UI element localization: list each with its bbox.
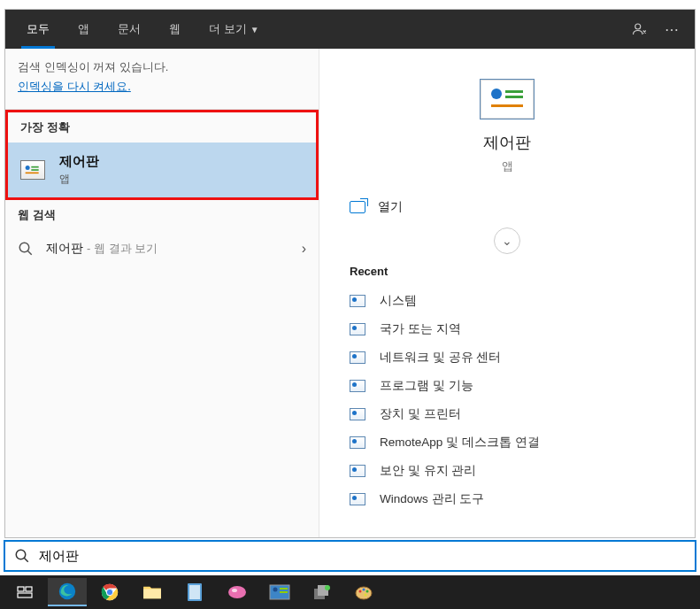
svg-rect-8 (505, 90, 523, 93)
indexing-enable-link[interactable]: 인덱싱을 다시 켜세요. (5, 79, 319, 104)
control-panel-icon (350, 351, 365, 364)
best-match-subtitle: 앱 (59, 172, 99, 187)
results-panel: 검색 인덱싱이 꺼져 있습니다. 인덱싱을 다시 켜세요. 가장 정확 제어판 … (5, 49, 319, 537)
control-panel-icon (350, 493, 365, 505)
svg-rect-13 (18, 587, 24, 591)
recent-item[interactable]: 국가 또는 지역 (350, 315, 665, 343)
tab-web[interactable]: 웹 (155, 10, 195, 49)
control-panel-icon (350, 408, 365, 420)
control-panel-icon (350, 323, 365, 335)
recent-item[interactable]: 시스템 (350, 287, 665, 315)
svg-point-31 (325, 585, 330, 590)
chevron-right-icon: › (302, 241, 306, 257)
tab-apps[interactable]: 앱 (64, 10, 104, 49)
search-input[interactable] (39, 549, 686, 564)
svg-point-36 (365, 594, 367, 597)
tab-all[interactable]: 모두 (12, 10, 64, 49)
taskbar-notepad[interactable] (175, 578, 214, 606)
svg-point-26 (273, 588, 278, 592)
taskbar-chrome[interactable] (90, 578, 129, 606)
svg-point-33 (359, 590, 362, 593)
control-panel-icon (350, 295, 365, 307)
search-icon (18, 241, 34, 257)
taskbar-app-pink[interactable] (218, 578, 257, 606)
svg-rect-15 (18, 593, 32, 597)
control-panel-icon (350, 436, 365, 449)
search-window: 모두 앱 문서 웹 더 보기▼ ⋯ 검색 인덱싱이 꺼져 있습니다. 인덱싱을 … (4, 9, 696, 538)
svg-rect-28 (280, 591, 288, 593)
indexing-off-message: 검색 인덱싱이 꺼져 있습니다. (5, 49, 319, 79)
svg-line-6 (27, 251, 32, 255)
recent-item[interactable]: RemoteApp 및 데스크톱 연결 (350, 428, 665, 457)
svg-point-34 (363, 589, 365, 591)
expand-button[interactable]: ⌄ (494, 227, 520, 254)
svg-point-0 (635, 24, 641, 29)
svg-rect-27 (280, 588, 288, 590)
svg-line-12 (24, 558, 28, 562)
svg-rect-10 (491, 104, 523, 107)
svg-point-23 (228, 586, 246, 598)
svg-point-5 (19, 243, 29, 252)
preview-subtitle: 앱 (502, 158, 513, 174)
tab-more[interactable]: 더 보기▼ (195, 10, 273, 49)
taskbar-paint[interactable] (345, 578, 384, 606)
search-icon (14, 548, 30, 564)
svg-point-7 (491, 89, 502, 99)
web-search-header: 웹 검색 (5, 200, 319, 230)
open-icon (350, 201, 365, 213)
recent-item[interactable]: Windows 관리 도구 (350, 485, 665, 513)
control-panel-icon (350, 465, 365, 477)
search-tabs: 모두 앱 문서 웹 더 보기▼ ⋯ (5, 10, 695, 49)
svg-rect-3 (31, 169, 38, 171)
web-search-item[interactable]: 제어판 - 웹 결과 보기 › (5, 230, 319, 267)
best-match-title: 제어판 (59, 153, 99, 170)
taskbar-edge[interactable] (48, 578, 87, 606)
svg-point-24 (232, 589, 237, 592)
taskbar-control-panel[interactable] (260, 578, 299, 606)
best-match-item[interactable]: 제어판 앱 (8, 143, 316, 197)
open-action[interactable]: 열기 (319, 174, 695, 222)
recent-item[interactable]: 프로그램 및 기능 (350, 372, 665, 400)
recent-item[interactable]: 네트워크 및 공유 센터 (350, 343, 665, 372)
tab-docs[interactable]: 문서 (104, 10, 155, 49)
preview-title: 제어판 (483, 132, 531, 153)
control-panel-icon (20, 160, 45, 180)
svg-rect-22 (189, 585, 200, 599)
taskbar (0, 575, 700, 609)
svg-rect-4 (26, 173, 39, 174)
svg-point-1 (26, 166, 30, 170)
taskbar-taskview[interactable] (5, 578, 44, 606)
recent-item[interactable]: 장치 및 프린터 (350, 400, 665, 428)
taskbar-app-stack[interactable] (303, 578, 342, 606)
preview-panel: 제어판 앱 열기 ⌄ Recent 시스템 국가 또는 지역 네트워크 및 공유… (319, 49, 695, 537)
best-match-header: 가장 정확 (8, 112, 316, 143)
best-match-highlight: 가장 정확 제어판 앱 (5, 110, 319, 200)
control-panel-large-icon (480, 79, 535, 119)
svg-point-35 (366, 590, 369, 593)
recent-header: Recent (350, 265, 665, 278)
svg-point-11 (16, 550, 26, 559)
more-options-icon[interactable]: ⋯ (656, 13, 688, 45)
control-panel-icon (350, 380, 365, 392)
feedback-icon[interactable] (624, 13, 656, 45)
svg-rect-2 (31, 166, 38, 168)
search-input-bar[interactable] (4, 540, 696, 572)
web-search-subtitle: - 웹 결과 보기 (87, 241, 158, 257)
web-search-term: 제어판 (46, 241, 83, 257)
taskbar-explorer[interactable] (133, 578, 172, 606)
svg-rect-9 (505, 96, 523, 98)
chevron-down-icon: ▼ (250, 25, 259, 35)
svg-rect-14 (26, 587, 32, 591)
recent-item[interactable]: 보안 및 유지 관리 (350, 457, 665, 485)
